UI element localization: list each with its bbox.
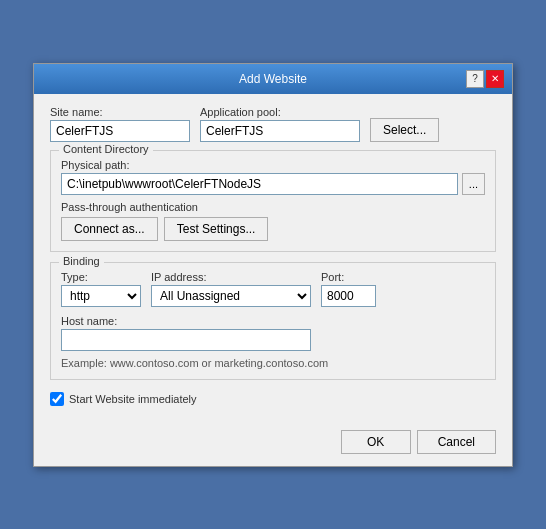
type-select[interactable]: http https bbox=[61, 285, 141, 307]
site-app-row: Site name: Application pool: Select... bbox=[50, 106, 496, 142]
binding-type-ip-port-row: Type: http https IP address: All Unassig… bbox=[61, 271, 485, 307]
connect-as-button[interactable]: Connect as... bbox=[61, 217, 158, 241]
add-website-dialog: Add Website ? ✕ Site name: Application p… bbox=[33, 63, 513, 467]
binding-group: Binding Type: http https IP address: All… bbox=[50, 262, 496, 380]
dialog-buttons: OK Cancel bbox=[34, 422, 512, 466]
app-pool-label: Application pool: bbox=[200, 106, 360, 118]
site-name-input[interactable] bbox=[50, 120, 190, 142]
type-group: Type: http https bbox=[61, 271, 141, 307]
content-directory-group: Content Directory Physical path: ... Pas… bbox=[50, 150, 496, 252]
title-bar: Add Website ? ✕ bbox=[34, 64, 512, 94]
start-immediately-checkbox[interactable] bbox=[50, 392, 64, 406]
app-pool-group: Application pool: bbox=[200, 106, 360, 142]
browse-button[interactable]: ... bbox=[462, 173, 485, 195]
test-settings-button[interactable]: Test Settings... bbox=[164, 217, 269, 241]
physical-path-group: Physical path: ... bbox=[61, 159, 485, 195]
title-bar-controls: ? ✕ bbox=[466, 70, 504, 88]
start-immediately-label[interactable]: Start Website immediately bbox=[69, 393, 197, 405]
start-immediately-row: Start Website immediately bbox=[50, 392, 496, 406]
close-button[interactable]: ✕ bbox=[486, 70, 504, 88]
host-name-input[interactable] bbox=[61, 329, 311, 351]
ip-address-label: IP address: bbox=[151, 271, 311, 283]
physical-path-input[interactable] bbox=[61, 173, 458, 195]
physical-path-label: Physical path: bbox=[61, 159, 485, 171]
ok-button[interactable]: OK bbox=[341, 430, 411, 454]
example-text: Example: www.contoso.com or marketing.co… bbox=[61, 357, 485, 369]
ip-address-group: IP address: All Unassigned bbox=[151, 271, 311, 307]
dialog-content: Site name: Application pool: Select... C… bbox=[34, 94, 512, 422]
host-name-label: Host name: bbox=[61, 315, 485, 327]
content-directory-title: Content Directory bbox=[59, 143, 153, 155]
app-pool-input[interactable] bbox=[200, 120, 360, 142]
auth-label: Pass-through authentication bbox=[61, 201, 485, 213]
site-name-group: Site name: bbox=[50, 106, 190, 142]
port-group: Port: bbox=[321, 271, 376, 307]
ip-address-select[interactable]: All Unassigned bbox=[151, 285, 311, 307]
host-name-section: Host name: bbox=[61, 315, 485, 351]
cancel-button[interactable]: Cancel bbox=[417, 430, 496, 454]
help-button[interactable]: ? bbox=[466, 70, 484, 88]
port-label: Port: bbox=[321, 271, 376, 283]
select-app-pool-button[interactable]: Select... bbox=[370, 118, 439, 142]
connect-row: Connect as... Test Settings... bbox=[61, 217, 485, 241]
port-input[interactable] bbox=[321, 285, 376, 307]
physical-path-row: ... bbox=[61, 173, 485, 195]
site-name-label: Site name: bbox=[50, 106, 190, 118]
type-label: Type: bbox=[61, 271, 141, 283]
dialog-title: Add Website bbox=[80, 72, 466, 86]
binding-title: Binding bbox=[59, 255, 104, 267]
